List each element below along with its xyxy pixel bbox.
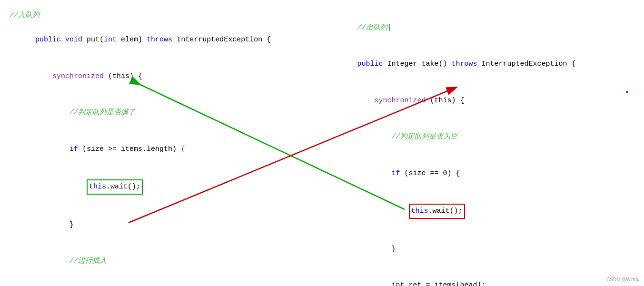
main-container: //入队列 public void put(int elem) throws I… bbox=[0, 0, 644, 286]
left-line-2: synchronized (this) { bbox=[10, 58, 313, 95]
watermark: CSDN @Wztdx bbox=[606, 277, 639, 282]
left-code-panel: //入队列 public void put(int elem) throws I… bbox=[0, 5, 322, 281]
left-line-4: if (size >= items.length) { bbox=[10, 131, 313, 168]
red-dot: • bbox=[624, 88, 630, 98]
left-line-3: //判定队列是否满了 bbox=[10, 95, 313, 131]
right-line-3: //判定队列是否为空 bbox=[332, 119, 635, 156]
right-line-5-wait: this.wait(); bbox=[332, 192, 635, 231]
right-line-7: int ret = items[head]; bbox=[332, 267, 635, 286]
right-wait-box: this.wait(); bbox=[409, 204, 465, 219]
right-top-comment: //出队列| bbox=[332, 10, 635, 46]
right-line-6: } bbox=[332, 231, 635, 267]
right-line-4: if (size == 0) { bbox=[332, 155, 635, 192]
right-line-2: synchronized (this) { bbox=[332, 82, 635, 119]
left-top-comment: //入队列 bbox=[10, 10, 313, 22]
left-line-6: } bbox=[10, 207, 313, 243]
left-line-1: public void put(int elem) throws Interru… bbox=[10, 22, 313, 59]
left-wait-box: this.wait(); bbox=[87, 179, 143, 195]
right-line-1: public Integer take() throws Interrupted… bbox=[332, 46, 635, 83]
left-line-7: //进行插入 bbox=[10, 243, 313, 280]
left-line-8: items[tail] = elem; bbox=[10, 279, 313, 286]
right-code-panel: //出队列| public Integer take() throws Inte… bbox=[322, 5, 644, 281]
left-line-5-wait: this.wait(); bbox=[10, 168, 313, 207]
